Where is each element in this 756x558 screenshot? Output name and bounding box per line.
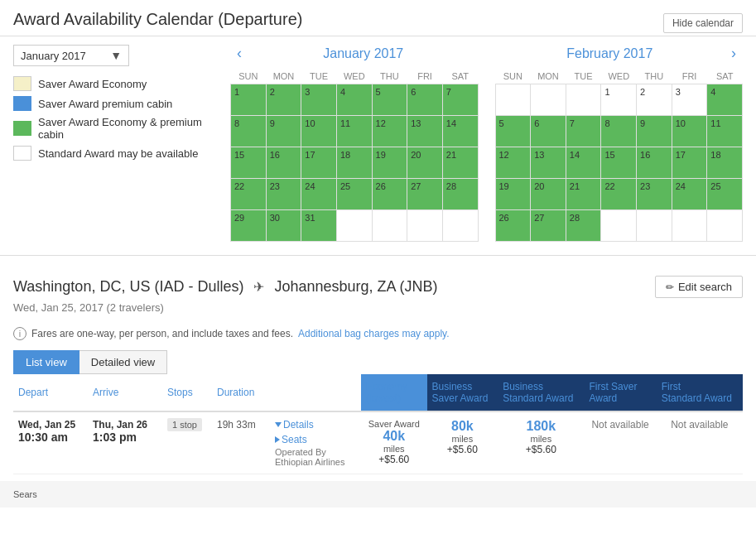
edit-search-button[interactable]: ✏ Edit search [655, 276, 743, 298]
calendar-day-cell[interactable]: 25 [336, 179, 372, 210]
calendar-day-cell[interactable]: 22 [231, 179, 267, 210]
day-number: 11 [340, 118, 350, 128]
calendar-day-cell[interactable]: 2 [637, 84, 672, 116]
calendar-day-cell[interactable]: 5 [495, 116, 531, 147]
calendar-day-cell[interactable]: 22 [601, 179, 637, 210]
calendar-day-cell[interactable]: 18 [707, 147, 743, 179]
actions-cell: Details Seats Operated By Ethiopian Airl… [270, 411, 361, 474]
calendar-day-cell[interactable]: 26 [495, 210, 531, 242]
hide-calendar-button[interactable]: Hide calendar [663, 13, 743, 33]
calendar-day-cell[interactable]: 5 [372, 84, 407, 116]
calendar-week-row: 15161718192021 [231, 147, 479, 179]
calendar-day-cell[interactable]: 4 [336, 84, 372, 116]
list-view-tab[interactable]: List view [13, 350, 79, 374]
calendar-day-cell[interactable]: 28 [442, 179, 478, 210]
day-number: 12 [376, 118, 386, 128]
calendar-day-cell[interactable]: 27 [531, 210, 566, 242]
calendar-day-cell[interactable]: 15 [601, 147, 637, 179]
details-button[interactable]: Details [275, 419, 314, 431]
day-number: 6 [534, 118, 539, 128]
day-number: 23 [270, 181, 280, 191]
table-row: Wed, Jan 25 10:30 am Thu, Jan 26 1:03 pm… [13, 411, 743, 474]
biz-standard-line2: Standard Award [503, 392, 579, 404]
calendar-day-cell[interactable]: 9 [637, 116, 672, 147]
calendar-day-cell[interactable]: 16 [266, 147, 301, 179]
calendar-day-cell[interactable]: 14 [442, 116, 478, 147]
calendar-day-cell[interactable]: 30 [266, 210, 301, 242]
next-month-button[interactable]: › [725, 45, 743, 62]
day-number: 27 [534, 213, 544, 223]
calendar-day-cell[interactable]: 1 [601, 84, 637, 116]
biz-saver-miles-unit: miles [432, 434, 494, 444]
calendar-day-cell[interactable]: 1 [231, 84, 267, 116]
calendar-day-cell[interactable]: 28 [566, 210, 601, 242]
calendar-day-cell[interactable]: 19 [495, 179, 531, 210]
feb-days-header: SUN MON TUE WED THU FRI SAT [495, 69, 743, 84]
calendar-day-cell[interactable]: 10 [301, 116, 337, 147]
calendar-day-cell[interactable]: 18 [336, 147, 372, 179]
calendar-day-cell[interactable]: 2 [266, 84, 301, 116]
day-number: 23 [640, 181, 650, 191]
calendar-day-cell[interactable]: 29 [231, 210, 267, 242]
calendar-week-row: 262728 [495, 210, 743, 242]
calendar-day-cell[interactable]: 17 [301, 147, 337, 179]
calendar-day-cell[interactable]: 14 [566, 147, 601, 179]
seats-button[interactable]: Seats [275, 434, 307, 445]
calendar-day-cell[interactable]: 13 [531, 147, 566, 179]
depart-label: Depart [18, 387, 48, 398]
stops-cell: 1 stop [162, 411, 212, 474]
calendar-day-cell[interactable]: 7 [566, 116, 601, 147]
legend-label-saver-economy: Saver Award Economy [38, 78, 147, 90]
calendar-day-cell[interactable]: 24 [672, 179, 707, 210]
calendar-day-cell[interactable]: 23 [637, 179, 672, 210]
day-number: 7 [570, 118, 575, 128]
calendar-day-cell[interactable]: 11 [336, 116, 372, 147]
calendar-day-cell[interactable]: 21 [566, 179, 601, 210]
calendar-day-cell [566, 84, 601, 116]
jan-grid: SUN MON TUE WED THU FRI SAT 123456789101… [230, 69, 479, 242]
day-wed: WED [336, 69, 372, 84]
day-number: 30 [270, 213, 280, 223]
calendar-day-cell[interactable]: 21 [442, 147, 478, 179]
calendar-day-cell[interactable]: 27 [407, 179, 443, 210]
calendar-day-cell[interactable]: 25 [707, 179, 743, 210]
day-number: 20 [534, 181, 544, 191]
calendar-day-cell[interactable]: 26 [372, 179, 407, 210]
day-number: 15 [604, 150, 614, 160]
day-number: 16 [270, 150, 280, 160]
calendar-day-cell[interactable]: 24 [301, 179, 337, 210]
calendar-day-cell[interactable]: 19 [372, 147, 407, 179]
month-dropdown[interactable]: January 2017 ▼ [13, 45, 129, 66]
calendar-day-cell[interactable]: 3 [672, 84, 707, 116]
calendar-day-cell[interactable]: 8 [231, 116, 267, 147]
calendar-day-cell[interactable]: 4 [707, 84, 743, 116]
calendar-day-cell[interactable]: 7 [442, 84, 478, 116]
calendar-day-cell[interactable]: 16 [637, 147, 672, 179]
calendar-day-cell[interactable]: 15 [231, 147, 267, 179]
calendar-day-cell[interactable]: 12 [372, 116, 407, 147]
calendar-day-cell[interactable]: 11 [707, 116, 743, 147]
day-sun: SUN [231, 69, 267, 84]
calendar-day-cell[interactable]: 6 [531, 116, 566, 147]
calendar-day-cell[interactable]: 20 [407, 147, 443, 179]
calendar-day-cell[interactable]: 13 [407, 116, 443, 147]
calendar-day-cell[interactable]: 3 [301, 84, 337, 116]
calendar-day-cell[interactable]: 12 [495, 147, 531, 179]
bag-charges-link[interactable]: Additional bag charges may apply. [298, 328, 450, 339]
calendar-day-cell[interactable]: 31 [301, 210, 337, 242]
detailed-view-tab[interactable]: Detailed view [79, 350, 167, 374]
calendar-day-cell[interactable]: 20 [531, 179, 566, 210]
calendar-day-cell[interactable]: 10 [672, 116, 707, 147]
day-number: 17 [676, 150, 686, 160]
calendar-day-cell[interactable]: 6 [407, 84, 443, 116]
calendar-day-cell[interactable]: 17 [672, 147, 707, 179]
calendar-day-cell[interactable]: 23 [266, 179, 301, 210]
first-saver-cell: Not available [584, 411, 656, 474]
operated-by: Operated By Ethiopian Airlines [275, 447, 356, 467]
calendar-day-cell[interactable]: 8 [601, 116, 637, 147]
day-number: 26 [499, 213, 509, 223]
prev-month-button[interactable]: ‹ [230, 45, 248, 62]
results-section: List view Detailed view Depart Arrive St… [0, 350, 756, 474]
calendar-day-cell[interactable]: 9 [266, 116, 301, 147]
biz-saver-header: Business Saver Award [427, 374, 498, 411]
